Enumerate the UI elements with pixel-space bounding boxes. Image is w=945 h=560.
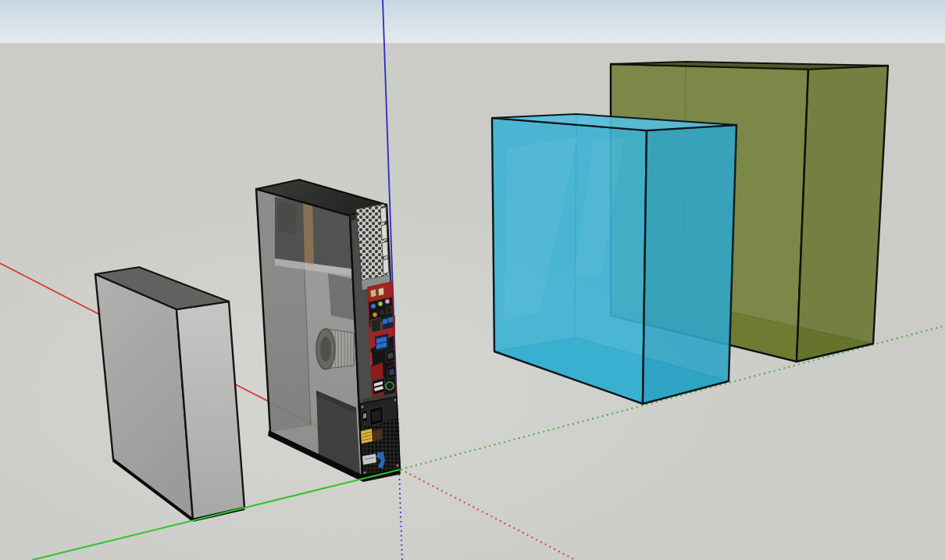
olive-right-face[interactable] (797, 66, 888, 362)
bracket-port-2[interactable] (381, 224, 387, 240)
sky (0, 0, 945, 44)
psu-screw-4[interactable] (397, 465, 399, 467)
io-wifi-gold-1[interactable] (370, 289, 376, 298)
psu-screw-2[interactable] (394, 399, 397, 401)
audio-jack-orange[interactable] (373, 312, 377, 317)
viewport[interactable] (0, 0, 945, 560)
audio-jack-black[interactable] (380, 310, 384, 315)
viewport-canvas[interactable] (0, 0, 945, 560)
io-usb3-a2[interactable] (388, 317, 393, 323)
audio-jack-pink[interactable] (385, 299, 390, 304)
io-spdif[interactable] (386, 306, 392, 314)
psu-screw-3[interactable] (364, 472, 366, 474)
pc-case[interactable] (256, 180, 401, 482)
bracket-port-4[interactable] (383, 259, 389, 274)
psu-screw-1[interactable] (362, 406, 364, 408)
bracket-port-1[interactable] (380, 207, 387, 223)
cyan-right-face[interactable] (643, 125, 736, 404)
io-usb3-a1[interactable] (383, 319, 387, 324)
audio-jack-lime[interactable] (378, 301, 383, 306)
io-wifi-gold-2[interactable] (378, 287, 384, 296)
box-cyan[interactable] (492, 114, 736, 404)
io-ps2-port[interactable] (386, 382, 394, 390)
bracket-port-3[interactable] (382, 241, 388, 257)
psu-switch-inner[interactable] (363, 413, 366, 419)
audio-jack-blue[interactable] (371, 304, 376, 309)
io-ethernet[interactable] (371, 318, 381, 333)
